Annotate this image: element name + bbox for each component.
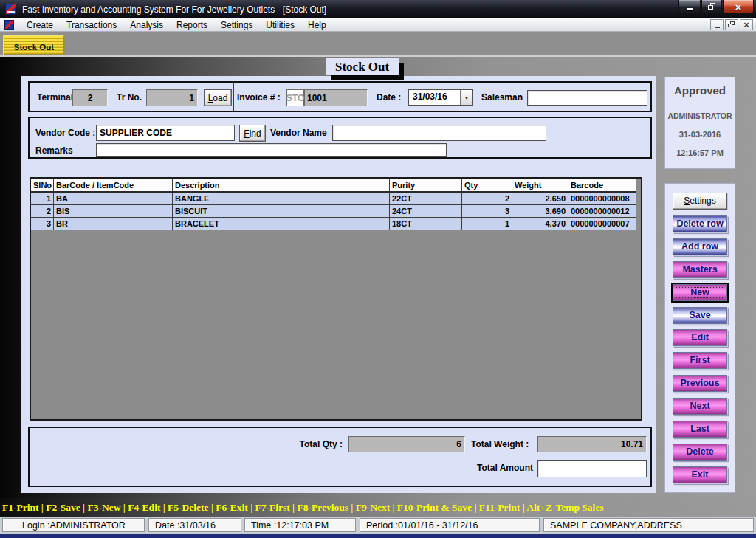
grid-header-description: Description (173, 179, 390, 193)
total-qty-label: Total Qty : (248, 439, 343, 449)
sidebar-button-edit[interactable]: Edit (673, 329, 727, 346)
tab-strip: Stock Out (0, 32, 756, 57)
sidebar-button-delete-row[interactable]: Delete row (673, 215, 727, 232)
grid-cell: 0000000000008 (568, 193, 636, 205)
sidebar-button-save[interactable]: Save (673, 307, 727, 324)
total-amount-input[interactable] (537, 460, 647, 477)
find-button[interactable]: Find (239, 125, 266, 142)
window-title: Fast Inventory and Accounting System For… (22, 4, 326, 15)
mdi-document-icon[interactable] (4, 20, 14, 30)
mdi-restore-icon (728, 21, 735, 28)
sidebar-button-settings[interactable]: Settings (673, 193, 727, 210)
function-key-text: F1-Print | F2-Save | F3-New | F4-Edit | … (0, 502, 604, 514)
tab-stock-out[interactable]: Stock Out (3, 35, 65, 55)
sidebar-time: 12:16:57 PM (665, 148, 735, 157)
terminal-label: Terminal (37, 92, 73, 103)
grid-cell: BISCUIT (173, 205, 390, 218)
menu-item-analysis[interactable]: Analysis (123, 19, 170, 31)
sidebar-date: 31-03-2016 (665, 130, 735, 139)
grid-cell: BIS (54, 205, 173, 218)
grid-cell: 1 (462, 218, 512, 230)
menu-item-utilities[interactable]: Utilities (259, 19, 301, 31)
approval-panel: Approved ADMINISTRATOR 31-03-2016 12:16:… (664, 77, 735, 169)
mdi-close-button[interactable]: × (740, 19, 753, 30)
sidebar-button-exit[interactable]: Exit (673, 466, 727, 483)
grid-cell: BRACELET (173, 218, 390, 230)
grid-cell: 4.370 (512, 218, 568, 230)
menu-item-help[interactable]: Help (301, 19, 333, 31)
mdi-minimize-button[interactable] (710, 19, 724, 30)
vendor-name-input[interactable] (332, 125, 546, 141)
mdi-close-icon: × (743, 21, 749, 30)
salesman-input[interactable] (527, 90, 647, 106)
trno-value: 1 (146, 89, 198, 106)
total-amount-label: Total Amount (477, 463, 533, 473)
date-combobox[interactable]: 31/03/16 ▼ (408, 89, 473, 106)
sidebar-button-last[interactable]: Last (673, 421, 727, 438)
date-value: 31/03/16 (409, 90, 460, 105)
grid-header-barcode: Barcode (568, 179, 636, 193)
sidebar-button-next[interactable]: Next (673, 398, 727, 415)
mdi-minimize-icon (715, 27, 720, 28)
company-cell: SAMPLE COMPANY,ADDRESS (543, 518, 754, 532)
total-qty-value: 6 (348, 436, 465, 452)
date-cell: Date :31/03/16 (148, 518, 241, 532)
grid-cell: 3.690 (512, 205, 568, 218)
remarks-input[interactable] (96, 143, 447, 157)
menu-item-transactions[interactable]: Transactions (60, 19, 123, 31)
menu-item-create[interactable]: Create (20, 19, 60, 31)
menu-item-settings[interactable]: Settings (214, 19, 259, 31)
chevron-down-icon[interactable]: ▼ (460, 90, 472, 105)
grid-cell: 3 (462, 205, 512, 218)
grid-cell: BA (54, 193, 173, 205)
vendor-group: Vendor Code : SUPPLIER CODE Find Vendor … (28, 117, 652, 159)
window-titlebar: Fast Inventory and Accounting System For… (0, 0, 756, 18)
restore-button[interactable] (701, 0, 722, 14)
action-button-panel: SettingsDelete rowAdd rowMastersNewSaveE… (664, 183, 735, 493)
status-badge: Approved (665, 77, 735, 103)
totals-group: Total Qty : 6 Total Weight : 10.71 Total… (28, 427, 652, 487)
minimize-button[interactable] (678, 0, 701, 14)
grid-header-slno: SlNo (31, 179, 54, 193)
grid-header-qty: Qty (462, 179, 512, 193)
grid-cell: 1 (31, 193, 54, 205)
close-button[interactable]: × (723, 0, 754, 14)
grid-header-row: SlNoBarCode / ItemCodeDescriptionPurityQ… (31, 179, 641, 193)
invoice-number: 1001 (304, 89, 368, 106)
application-window: Fast Inventory and Accounting System For… (0, 0, 756, 538)
header-fields-group: Terminal 2 Tr No. 1 Load Invoice # : STO… (28, 81, 652, 112)
items-grid: SlNoBarCode / ItemCodeDescriptionPurityQ… (30, 177, 642, 421)
trno-label: Tr No. (117, 92, 142, 103)
table-row[interactable]: 1BABANGLE22CT22.6500000000000008 (31, 193, 641, 205)
menu-bar-items: CreateTransactionsAnalysisReportsSetting… (20, 19, 333, 31)
grid-cell: 18CT (390, 218, 462, 230)
load-button[interactable]: Load (204, 89, 232, 106)
grid-cell: 3 (31, 218, 54, 230)
grid-cell: BR (54, 218, 173, 230)
sidebar-button-previous[interactable]: Previous (673, 375, 727, 392)
grid-cell: 0000000000007 (568, 218, 636, 230)
sidebar-button-first[interactable]: First (673, 352, 727, 369)
terminal-value: 2 (72, 89, 108, 106)
restore-icon (708, 3, 716, 10)
invoice-prefix: STO (286, 89, 304, 106)
period-cell: Period :01/01/16 - 31/12/16 (360, 518, 540, 532)
minimize-icon (687, 8, 693, 10)
date-label: Date : (377, 92, 401, 103)
grid-cell: 2 (462, 193, 512, 205)
grid-header-purity: Purity (390, 179, 462, 193)
sidebar-button-add-row[interactable]: Add row (673, 238, 727, 255)
sidebar-button-new[interactable]: New (673, 284, 727, 301)
grid-cell: 22CT (390, 193, 462, 205)
table-row[interactable]: 2BISBISCUIT24CT33.6900000000000012 (31, 205, 641, 218)
table-row[interactable]: 3BRBRACELET18CT14.3700000000000007 (31, 218, 641, 230)
window-controls: × (678, 0, 754, 14)
page-title: Stock Out (326, 58, 399, 75)
grid-header-weight: Weight (512, 179, 568, 193)
sidebar-button-masters[interactable]: Masters (673, 261, 727, 278)
menu-item-reports[interactable]: Reports (170, 19, 214, 31)
vendor-code-input[interactable]: SUPPLIER CODE (96, 125, 235, 141)
sidebar-button-delete[interactable]: Delete (673, 444, 727, 461)
grid-cell: 0000000000012 (568, 205, 636, 218)
mdi-restore-button[interactable] (725, 19, 738, 30)
